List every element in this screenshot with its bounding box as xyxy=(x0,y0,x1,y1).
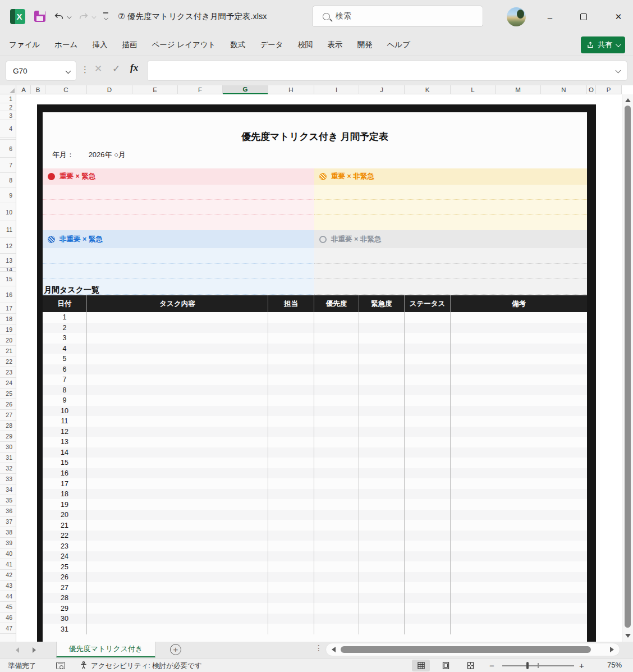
empty-cell[interactable] xyxy=(268,614,314,624)
row-header-18[interactable]: 18 xyxy=(0,314,16,324)
account-avatar[interactable] xyxy=(507,7,526,26)
column-header-K[interactable]: K xyxy=(405,85,451,94)
empty-cell[interactable] xyxy=(314,374,359,385)
empty-cell[interactable] xyxy=(314,582,359,593)
empty-cell[interactable] xyxy=(359,447,405,458)
row-header-15[interactable]: 15 xyxy=(0,272,16,286)
column-header-H[interactable]: H xyxy=(268,85,314,94)
ribbon-tab-9[interactable]: 開発 xyxy=(357,40,373,50)
column-header-G[interactable]: G xyxy=(223,85,268,94)
row-header-24[interactable]: 24 xyxy=(0,378,16,388)
empty-cell[interactable] xyxy=(405,374,451,385)
zoom-slider-thumb[interactable] xyxy=(526,662,529,669)
empty-cell[interactable] xyxy=(451,561,587,572)
empty-cell[interactable] xyxy=(405,603,451,614)
empty-cell[interactable] xyxy=(87,582,268,593)
save-icon[interactable] xyxy=(34,11,45,22)
empty-cell[interactable] xyxy=(405,395,451,406)
empty-cell[interactable] xyxy=(451,437,587,447)
empty-cell[interactable] xyxy=(451,312,587,323)
empty-cell[interactable] xyxy=(359,499,405,510)
scroll-up-icon[interactable] xyxy=(625,98,631,102)
column-header-E[interactable]: E xyxy=(132,85,178,94)
empty-cell[interactable] xyxy=(268,499,314,510)
scroll-left-icon[interactable] xyxy=(332,647,336,652)
sheet-tab-active[interactable]: 優先度マトリクス付き xyxy=(56,642,155,657)
accessibility-status[interactable]: アクセシビリティ: 検討が必要です xyxy=(91,661,202,671)
empty-cell[interactable] xyxy=(451,510,587,520)
date-cell[interactable]: 20 xyxy=(43,510,87,520)
empty-cell[interactable] xyxy=(268,406,314,417)
empty-cell[interactable] xyxy=(268,333,314,344)
quadrant-row[interactable] xyxy=(43,200,314,215)
column-header-F[interactable]: F xyxy=(178,85,223,94)
empty-cell[interactable] xyxy=(314,572,359,583)
empty-cell[interactable] xyxy=(87,593,268,604)
empty-cell[interactable] xyxy=(359,531,405,541)
row-header-2[interactable]: 2 xyxy=(0,103,16,111)
empty-cell[interactable] xyxy=(451,406,587,417)
empty-cell[interactable] xyxy=(87,499,268,510)
empty-cell[interactable] xyxy=(451,603,587,614)
ribbon-tab-0[interactable]: ファイル xyxy=(9,40,40,50)
empty-cell[interactable] xyxy=(314,344,359,354)
empty-cell[interactable] xyxy=(87,624,268,634)
ribbon-tab-7[interactable]: 校閲 xyxy=(298,40,313,50)
date-cell[interactable]: 2 xyxy=(43,323,87,333)
empty-cell[interactable] xyxy=(314,603,359,614)
date-cell[interactable]: 25 xyxy=(43,561,87,572)
empty-cell[interactable] xyxy=(314,510,359,520)
empty-cell[interactable] xyxy=(451,385,587,396)
scroll-down-icon[interactable] xyxy=(625,634,631,638)
empty-cell[interactable] xyxy=(451,478,587,489)
empty-cell[interactable] xyxy=(451,531,587,541)
row-header-44[interactable]: 44 xyxy=(0,591,16,602)
empty-cell[interactable] xyxy=(405,333,451,344)
empty-cell[interactable] xyxy=(451,551,587,562)
row-header-3[interactable]: 3 xyxy=(0,111,16,120)
empty-cell[interactable] xyxy=(405,344,451,354)
date-cell[interactable]: 26 xyxy=(43,572,87,583)
empty-cell[interactable] xyxy=(451,614,587,624)
empty-cell[interactable] xyxy=(405,499,451,510)
row-header-30[interactable]: 30 xyxy=(0,442,16,452)
row-header-45[interactable]: 45 xyxy=(0,602,16,612)
empty-cell[interactable] xyxy=(314,427,359,437)
row-header-14[interactable]: 14 xyxy=(0,268,16,272)
empty-cell[interactable] xyxy=(87,551,268,562)
date-cell[interactable]: 18 xyxy=(43,489,87,500)
ribbon-tab-3[interactable]: 描画 xyxy=(122,40,137,50)
document-title-suffix[interactable]: ⋯ xyxy=(240,10,248,20)
date-cell[interactable]: 5 xyxy=(43,354,87,364)
empty-cell[interactable] xyxy=(314,364,359,375)
empty-cell[interactable] xyxy=(451,323,587,333)
row-header-8[interactable]: 8 xyxy=(0,173,16,188)
cancel-icon[interactable]: ✕ xyxy=(94,63,102,75)
column-header-I[interactable]: I xyxy=(314,85,359,94)
date-cell[interactable]: 21 xyxy=(43,520,87,531)
empty-cell[interactable] xyxy=(314,551,359,562)
task-header-1[interactable]: タスク内容 xyxy=(87,295,268,312)
enter-icon[interactable]: ✓ xyxy=(112,63,120,75)
date-cell[interactable]: 24 xyxy=(43,551,87,562)
row-header-20[interactable]: 20 xyxy=(0,335,16,346)
period-cell[interactable]: 年月： 2026年 ○月 xyxy=(52,150,126,160)
row-header-21[interactable]: 21 xyxy=(0,346,16,356)
quadrant-row[interactable] xyxy=(314,185,587,200)
ribbon-tab-5[interactable]: 数式 xyxy=(230,40,245,50)
task-header-6[interactable]: 備考 xyxy=(451,295,587,312)
empty-cell[interactable] xyxy=(87,510,268,520)
scroll-right-icon[interactable] xyxy=(610,647,614,652)
date-cell[interactable]: 8 xyxy=(43,385,87,396)
date-cell[interactable]: 31 xyxy=(43,624,87,634)
empty-cell[interactable] xyxy=(268,603,314,614)
date-cell[interactable]: 10 xyxy=(43,406,87,417)
horizontal-scrollbar-thumb[interactable] xyxy=(341,646,591,653)
empty-cell[interactable] xyxy=(405,582,451,593)
insert-function-icon[interactable]: fx xyxy=(130,62,138,74)
row-header-26[interactable]: 26 xyxy=(0,399,16,410)
empty-cell[interactable] xyxy=(359,603,405,614)
maximize-button[interactable] xyxy=(572,8,595,26)
empty-cell[interactable] xyxy=(268,572,314,583)
empty-cell[interactable] xyxy=(359,541,405,551)
